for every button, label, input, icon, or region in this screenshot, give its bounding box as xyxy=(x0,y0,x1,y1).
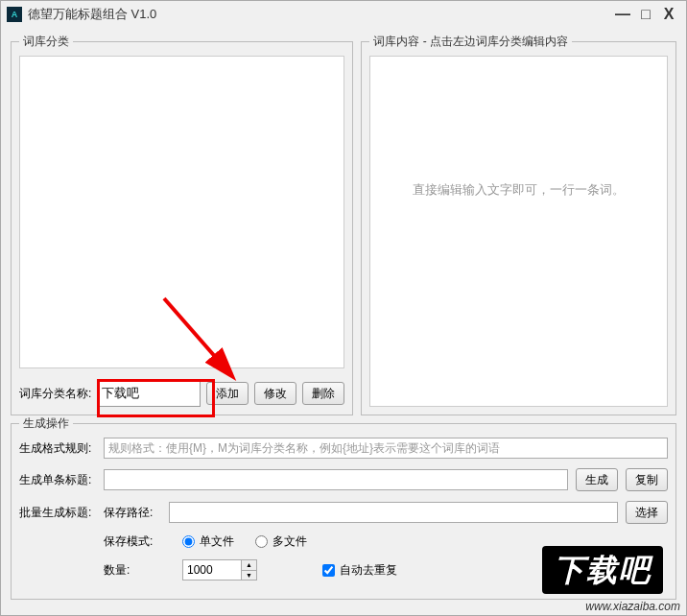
save-path-input[interactable] xyxy=(169,502,618,523)
qty-input[interactable] xyxy=(183,560,241,580)
qty-up-icon[interactable]: ▲ xyxy=(242,560,256,571)
titlebar: A 德望万能标题组合 V1.0 — □ X xyxy=(1,1,686,28)
category-name-input[interactable] xyxy=(97,380,201,407)
mode-single-option[interactable]: 单文件 xyxy=(182,533,234,550)
copy-button[interactable]: 复制 xyxy=(626,468,668,491)
edit-button[interactable]: 修改 xyxy=(254,382,296,405)
save-path-label: 保存路径: xyxy=(104,505,161,521)
format-row: 生成格式规则: xyxy=(19,438,668,459)
minimize-button[interactable]: — xyxy=(611,6,634,23)
content-area: 词库分类 词库分类名称: 添加 修改 删除 词库内容 - 点击左边词库分类编辑内… xyxy=(1,28,686,609)
generate-groupbox: 生成操作 生成格式规则: 生成单条标题: 生成 复制 批量生成标题: 保存路径:… xyxy=(11,415,676,600)
format-input[interactable] xyxy=(104,438,668,459)
choose-path-button[interactable]: 选择 xyxy=(626,501,668,524)
mode-single-radio[interactable] xyxy=(182,535,195,548)
generate-legend: 生成操作 xyxy=(19,415,73,432)
category-groupbox: 词库分类 词库分类名称: 添加 修改 删除 xyxy=(11,34,353,415)
save-mode-label: 保存模式: xyxy=(104,533,161,550)
category-name-label: 词库分类名称: xyxy=(19,386,91,402)
dedup-checkbox[interactable] xyxy=(322,564,335,577)
mode-multi-text: 多文件 xyxy=(272,533,307,550)
content-legend: 词库内容 - 点击左边词库分类编辑内容 xyxy=(369,34,572,50)
generate-button[interactable]: 生成 xyxy=(576,468,618,491)
dedup-option[interactable]: 自动去重复 xyxy=(322,562,397,579)
category-list[interactable] xyxy=(19,56,344,368)
qty-row: 数量: ▲ ▼ 自动去重复 xyxy=(104,559,668,580)
save-mode-row: 保存模式: 单文件 多文件 xyxy=(104,533,668,550)
mode-single-text: 单文件 xyxy=(200,533,234,550)
batch-label: 批量生成标题: xyxy=(19,505,96,521)
app-window: A 德望万能标题组合 V1.0 — □ X 词库分类 词库分类名称: 添加 修改… xyxy=(0,0,687,616)
content-placeholder: 直接编辑输入文字即可，一行一条词。 xyxy=(413,181,625,199)
mode-multi-option[interactable]: 多文件 xyxy=(255,533,307,550)
qty-spinner[interactable]: ▲ ▼ xyxy=(182,559,257,580)
maximize-button[interactable]: □ xyxy=(634,6,657,23)
format-label: 生成格式规则: xyxy=(19,440,96,457)
top-row: 词库分类 词库分类名称: 添加 修改 删除 词库内容 - 点击左边词库分类编辑内… xyxy=(11,34,676,415)
batch-row: 批量生成标题: 保存路径: 选择 xyxy=(19,501,668,524)
single-label: 生成单条标题: xyxy=(19,472,96,488)
qty-down-icon[interactable]: ▼ xyxy=(242,571,256,580)
dedup-text: 自动去重复 xyxy=(340,562,397,579)
add-button[interactable]: 添加 xyxy=(206,382,249,405)
delete-button[interactable]: 删除 xyxy=(302,382,344,405)
mode-multi-radio[interactable] xyxy=(255,535,268,548)
single-title-input[interactable] xyxy=(104,469,568,490)
qty-label: 数量: xyxy=(104,562,161,579)
category-legend: 词库分类 xyxy=(19,34,73,50)
category-actions: 词库分类名称: 添加 修改 删除 xyxy=(19,380,344,407)
close-button[interactable]: X xyxy=(657,6,680,23)
content-textarea[interactable]: 直接编辑输入文字即可，一行一条词。 xyxy=(369,56,668,407)
single-row: 生成单条标题: 生成 复制 xyxy=(19,468,668,491)
content-groupbox: 词库内容 - 点击左边词库分类编辑内容 直接编辑输入文字即可，一行一条词。 xyxy=(361,34,676,415)
app-icon: A xyxy=(7,7,22,22)
window-title: 德望万能标题组合 V1.0 xyxy=(28,6,611,23)
